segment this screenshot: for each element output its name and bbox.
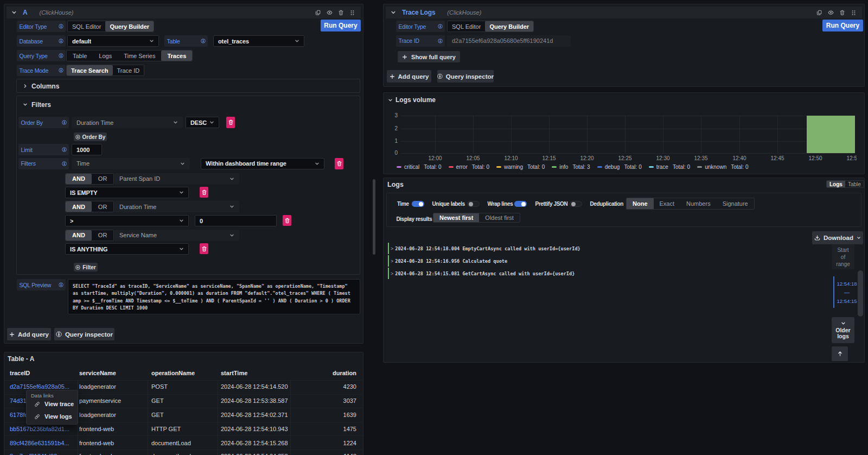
dedup-numbers[interactable]: Numbers: [680, 198, 717, 209]
trace-id-link[interactable]: bb5167b236bfa82d1...: [10, 426, 69, 432]
filter2-or[interactable]: OR: [92, 201, 114, 212]
info-icon[interactable]: [59, 39, 63, 43]
view-logs-link[interactable]: View logs: [34, 413, 72, 420]
legend-item[interactable]: unknown Total: 0: [697, 164, 748, 170]
query-type-traces[interactable]: Traces: [161, 50, 192, 61]
remove-filter-button[interactable]: [335, 158, 343, 169]
filter2-value-input[interactable]: 0: [195, 215, 277, 226]
query-type-timeseries[interactable]: Time Series: [118, 50, 161, 61]
scroll-top-button[interactable]: [832, 346, 848, 361]
add-query-button[interactable]: Add query: [7, 328, 51, 340]
query-type-table[interactable]: Table: [67, 50, 93, 61]
log-row[interactable]: > 2024-06-28 12:54:18.004 EmptyCartAsync…: [388, 243, 853, 254]
left-pane-scrollbar-thumb[interactable]: [373, 179, 375, 255]
time-toggle[interactable]: [412, 201, 424, 207]
query-ref-id[interactable]: A: [23, 9, 27, 16]
legend-item[interactable]: trace Total: 0: [649, 164, 690, 170]
filter3-field-select[interactable]: Service Name: [114, 230, 239, 241]
duplicate-query-icon[interactable]: [314, 8, 322, 17]
info-icon[interactable]: [59, 282, 63, 287]
hide-query-icon[interactable]: [826, 8, 835, 17]
query-row-header[interactable]: A (ClickHouse): [7, 7, 361, 18]
remove-filter2-button[interactable]: [283, 215, 291, 226]
unique-labels-toggle[interactable]: [467, 201, 480, 207]
query-inspector-button[interactable]: Query inspector: [437, 70, 494, 83]
info-icon[interactable]: [438, 24, 443, 29]
filter1-field-select[interactable]: Parent Span ID: [114, 173, 239, 185]
log-row[interactable]: > 2024-06-28 12:54:16.956 Calculated quo…: [388, 255, 853, 267]
logs-volume-header[interactable]: Logs volume: [388, 96, 436, 104]
older-logs-button[interactable]: Older logs: [832, 317, 854, 343]
collapse-query-icon[interactable]: [389, 8, 398, 17]
newest-first-option[interactable]: Newest first: [433, 213, 479, 222]
logs-scrollbar-thumb[interactable]: [858, 270, 863, 317]
editor-type-builder[interactable]: Query Builder: [105, 21, 154, 31]
trace-id-link[interactable]: d2a7155ef6a928a05...: [10, 383, 69, 390]
expand-log-icon[interactable]: >: [391, 271, 393, 276]
add-filter-button[interactable]: Filter: [74, 263, 98, 271]
expand-log-icon[interactable]: >: [391, 258, 393, 264]
col-header-duration[interactable]: duration: [313, 370, 356, 376]
show-full-query-button[interactable]: Show full query: [398, 51, 460, 62]
filter1-operator-select[interactable]: IS EMPTY: [65, 187, 189, 198]
filter3-and[interactable]: AND: [66, 230, 92, 241]
table-panel-title[interactable]: Table - A: [8, 355, 34, 363]
filter2-operator-select[interactable]: >: [65, 215, 189, 226]
table-view-option[interactable]: Table: [845, 181, 864, 187]
trace-id-link[interactable]: 8ce7acf81841d98...: [10, 453, 62, 455]
view-trace-link[interactable]: View trace: [34, 401, 74, 407]
info-icon[interactable]: [62, 161, 67, 166]
database-select[interactable]: default: [67, 35, 159, 47]
run-query-button[interactable]: Run Query: [321, 20, 361, 31]
columns-section[interactable]: Columns: [16, 79, 360, 93]
logs-volume-bar-info[interactable]: [807, 116, 855, 153]
table-select[interactable]: otel_traces: [213, 35, 304, 47]
info-icon[interactable]: [438, 39, 443, 43]
editor-type-sql[interactable]: SQL Editor: [448, 21, 485, 31]
order-by-field-select[interactable]: Duration Time: [72, 117, 183, 128]
collapse-query-icon[interactable]: [10, 8, 18, 17]
dedup-exact[interactable]: Exact: [654, 198, 681, 209]
trace-id-link[interactable]: 89cf4286e631591b4...: [10, 440, 69, 446]
trace-mode-id[interactable]: Trace ID: [113, 65, 144, 75]
col-header-operationname[interactable]: operationName: [151, 370, 195, 376]
drag-query-icon[interactable]: [849, 8, 858, 17]
filter2-and[interactable]: AND: [66, 201, 92, 212]
remove-filter3-button[interactable]: [200, 243, 208, 254]
legend-item[interactable]: critical Total: 0: [397, 164, 442, 170]
legend-item[interactable]: debug Total: 0: [597, 164, 642, 170]
order-by-direction-select[interactable]: DESC: [186, 117, 219, 128]
duplicate-query-icon[interactable]: [815, 8, 824, 17]
filter1-or[interactable]: OR: [92, 174, 114, 184]
query-row-header[interactable]: Trace Logs (ClickHouse): [386, 7, 862, 18]
wrap-lines-toggle[interactable]: [514, 201, 527, 207]
filter3-or[interactable]: OR: [92, 230, 114, 241]
trace-id-input[interactable]: d2a7155ef6a928a05680e5ff6190241d: [447, 35, 571, 47]
filter3-operator-select[interactable]: IS ANYTHING: [65, 243, 189, 255]
oldest-first-option[interactable]: Oldest first: [479, 213, 520, 222]
info-icon[interactable]: [62, 120, 67, 125]
run-query-button[interactable]: Run Query: [822, 20, 863, 31]
filter2-field-select[interactable]: Duration Time: [114, 201, 239, 212]
query-inspector-button[interactable]: Query inspector: [54, 328, 114, 340]
filter-time-value-select[interactable]: Within dashboard time range: [201, 158, 324, 169]
hide-query-icon[interactable]: [325, 8, 334, 17]
legend-item[interactable]: warning Total: 0: [496, 164, 545, 170]
col-header-traceid[interactable]: traceID: [10, 370, 30, 376]
col-header-starttime[interactable]: startTime: [221, 370, 247, 376]
remove-query-icon[interactable]: [838, 8, 846, 17]
remove-filter1-button[interactable]: [200, 187, 208, 198]
dedup-signature[interactable]: Signature: [717, 198, 754, 209]
info-icon[interactable]: [59, 24, 63, 29]
info-icon[interactable]: [59, 68, 63, 73]
dedup-none[interactable]: None: [627, 198, 654, 209]
editor-type-sql[interactable]: SQL Editor: [68, 21, 105, 31]
filter1-and[interactable]: AND: [66, 174, 92, 184]
info-icon[interactable]: [59, 53, 63, 58]
remove-query-icon[interactable]: [336, 8, 345, 17]
prettify-json-toggle[interactable]: [570, 201, 582, 207]
add-order-by-button[interactable]: Order By: [74, 132, 107, 141]
editor-type-builder[interactable]: Query Builder: [485, 21, 533, 31]
limit-input[interactable]: 1000: [72, 144, 102, 155]
log-row[interactable]: > 2024-06-28 12:54:15.081 GetCartAsync c…: [388, 268, 853, 279]
